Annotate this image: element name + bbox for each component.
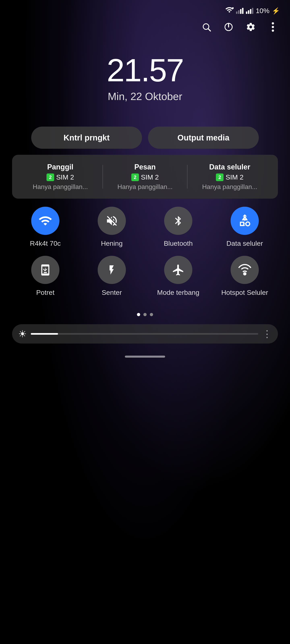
search-button[interactable]	[199, 20, 213, 34]
toggle-data-seluler[interactable]: ↕ Data seluler	[211, 207, 278, 248]
kntrl-prngkt-button[interactable]: Kntrl prngkt	[31, 126, 142, 149]
data-seluler-toggle-circle: ↕	[231, 207, 259, 235]
sim-badge-data: 2	[216, 174, 223, 181]
sim-panggil[interactable]: Panggil 2 SIM 2 Hanya panggillan...	[18, 163, 103, 190]
potret-label: Potret	[36, 288, 55, 297]
bluetooth-toggle-circle	[164, 207, 192, 235]
brightness-icon: ☀	[18, 328, 27, 340]
svg-text:↕: ↕	[243, 220, 246, 227]
bluetooth-label: Bluetooth	[164, 239, 193, 248]
svg-point-7	[272, 30, 274, 32]
output-media-button[interactable]: Output media	[148, 126, 259, 149]
clock-time: 21.57	[107, 54, 183, 86]
home-bar	[125, 356, 165, 358]
page-indicators	[0, 313, 290, 316]
toggles-row2: Potret Senter Mode terbang	[12, 256, 278, 297]
toggle-bluetooth[interactable]: Bluetooth	[145, 207, 211, 248]
toggle-senter[interactable]: Senter	[79, 256, 145, 297]
svg-line-2	[208, 29, 210, 31]
potret-toggle-circle	[31, 256, 59, 284]
sim-panel: Panggil 2 SIM 2 Hanya panggillan... Pesa…	[12, 155, 278, 199]
hotspot-toggle-circle	[231, 256, 259, 284]
brightness-row: ☀ ⋮	[12, 324, 278, 344]
clock-date: Min, 22 Oktober	[108, 90, 182, 102]
brightness-slider[interactable]	[31, 333, 258, 335]
hening-toggle-circle	[98, 207, 126, 235]
hotspot-label: Hotspot Seluler	[221, 288, 268, 297]
senter-toggle-circle	[98, 256, 126, 284]
brightness-menu-button[interactable]: ⋮	[262, 328, 272, 340]
clock-section: 21.57 Min, 22 Oktober	[0, 54, 290, 102]
battery-text: 10%	[256, 7, 269, 15]
page-dot-2	[143, 313, 147, 316]
wifi-toggle-circle	[31, 207, 59, 235]
hening-label: Hening	[101, 239, 123, 248]
svg-point-6	[272, 26, 274, 28]
sim-data-seluler[interactable]: Data seluler 2 SIM 2 Hanya panggillan...	[187, 163, 272, 190]
brightness-fill	[31, 333, 58, 335]
toggle-potret[interactable]: Potret	[12, 256, 79, 297]
wifi-label: R4k4t 70c	[30, 239, 61, 248]
data-seluler-label: Data seluler	[226, 239, 263, 248]
sim-badge-panggil: 2	[47, 174, 54, 181]
svg-point-5	[272, 22, 274, 24]
signal-bars-1	[236, 8, 243, 14]
power-button[interactable]	[221, 20, 236, 34]
senter-label: Senter	[102, 288, 122, 297]
battery-icon: ⚡	[272, 7, 280, 15]
page-dot-3	[150, 313, 153, 316]
toggles-row1: R4k4t 70c Hening Bluetooth	[12, 207, 278, 248]
sim-pesan[interactable]: Pesan 2 SIM 2 Hanya panggillan...	[103, 163, 187, 190]
status-icons: 10% ⚡	[225, 6, 280, 16]
toggle-wifi[interactable]: R4k4t 70c	[12, 207, 79, 248]
mode-terbang-toggle-circle	[164, 256, 192, 284]
quick-actions-top	[0, 16, 290, 38]
wifi-status-icon	[225, 6, 234, 16]
signal-bars-2	[246, 8, 253, 14]
mode-terbang-label: Mode terbang	[157, 288, 199, 297]
page-dot-1	[137, 313, 140, 316]
settings-button[interactable]	[244, 20, 258, 34]
svg-point-9	[243, 272, 246, 275]
toggle-mode-terbang[interactable]: Mode terbang	[145, 256, 211, 297]
toggle-hotspot[interactable]: Hotspot Seluler	[211, 256, 278, 297]
toggle-hening[interactable]: Hening	[79, 207, 145, 248]
status-bar: 10% ⚡	[0, 0, 290, 16]
sim-badge-pesan: 2	[131, 174, 139, 181]
more-options-button[interactable]	[266, 20, 280, 34]
control-buttons: Kntrl prngkt Output media	[0, 126, 290, 149]
